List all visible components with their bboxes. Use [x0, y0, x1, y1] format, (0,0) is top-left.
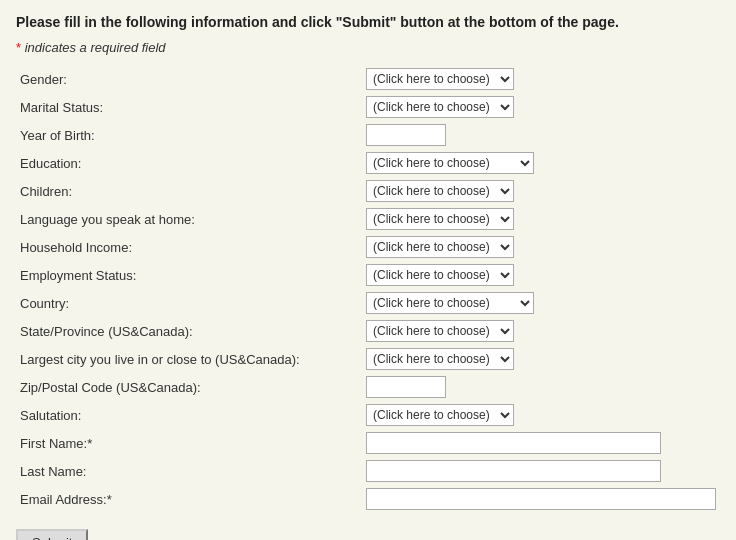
field-label-state-province: State/Province (US&Canada):: [16, 317, 362, 345]
first-name-input[interactable]: [366, 432, 661, 454]
salutation-select[interactable]: (Click here to choose) Mr. Mrs. Ms. Dr.: [366, 404, 514, 426]
state-province-select[interactable]: (Click here to choose) Alabama Alaska Ca…: [366, 320, 514, 342]
table-row: Children: (Click here to choose) None 1 …: [16, 177, 720, 205]
year-of-birth-input[interactable]: [366, 124, 446, 146]
table-row: Education: (Click here to choose) High S…: [16, 149, 720, 177]
household-income-select[interactable]: (Click here to choose) Under $25,000 $25…: [366, 236, 514, 258]
table-row: Household Income: (Click here to choose)…: [16, 233, 720, 261]
children-select[interactable]: (Click here to choose) None 1 2 3+: [366, 180, 514, 202]
language-select[interactable]: (Click here to choose) English Spanish F…: [366, 208, 514, 230]
field-label-country: Country:: [16, 289, 362, 317]
table-row: Gender: (Click here to choose) Male Fema…: [16, 65, 720, 93]
field-label-household-income: Household Income:: [16, 233, 362, 261]
table-row: Email Address:*: [16, 485, 720, 513]
field-label-gender: Gender:: [16, 65, 362, 93]
largest-city-select[interactable]: (Click here to choose) New York Los Ange…: [366, 348, 514, 370]
table-row: First Name:*: [16, 429, 720, 457]
field-label-zip-code: Zip/Postal Code (US&Canada):: [16, 373, 362, 401]
table-row: Employment Status: (Click here to choose…: [16, 261, 720, 289]
table-row: Language you speak at home: (Click here …: [16, 205, 720, 233]
marital-status-select[interactable]: (Click here to choose) Single Married Di…: [366, 96, 514, 118]
required-note: * indicates a required field: [16, 40, 720, 55]
gender-select[interactable]: (Click here to choose) Male Female: [366, 68, 514, 90]
submit-area: Submit: [16, 529, 720, 540]
country-select[interactable]: (Click here to choose) United States Can…: [366, 292, 534, 314]
education-select[interactable]: (Click here to choose) High School Some …: [366, 152, 534, 174]
field-label-last-name: Last Name:: [16, 457, 362, 485]
required-note-text: indicates a required field: [21, 40, 166, 55]
field-label-marital-status: Marital Status:: [16, 93, 362, 121]
field-label-salutation: Salutation:: [16, 401, 362, 429]
field-label-email: Email Address:*: [16, 485, 362, 513]
table-row: Largest city you live in or close to (US…: [16, 345, 720, 373]
field-label-first-name: First Name:*: [16, 429, 362, 457]
last-name-input[interactable]: [366, 460, 661, 482]
page-container: Please fill in the following information…: [0, 0, 736, 540]
submit-button[interactable]: Submit: [16, 529, 88, 540]
field-label-employment-status: Employment Status:: [16, 261, 362, 289]
table-row: Zip/Postal Code (US&Canada):: [16, 373, 720, 401]
field-label-year-of-birth: Year of Birth:: [16, 121, 362, 149]
page-header: Please fill in the following information…: [16, 14, 720, 30]
field-label-largest-city: Largest city you live in or close to (US…: [16, 345, 362, 373]
form-table: Gender: (Click here to choose) Male Fema…: [16, 65, 720, 513]
table-row: Year of Birth:: [16, 121, 720, 149]
email-address-input[interactable]: [366, 488, 716, 510]
employment-status-select[interactable]: (Click here to choose) Employed Full-tim…: [366, 264, 514, 286]
table-row: Marital Status: (Click here to choose) S…: [16, 93, 720, 121]
field-label-education: Education:: [16, 149, 362, 177]
table-row: Country: (Click here to choose) United S…: [16, 289, 720, 317]
table-row: State/Province (US&Canada): (Click here …: [16, 317, 720, 345]
table-row: Salutation: (Click here to choose) Mr. M…: [16, 401, 720, 429]
field-label-language: Language you speak at home:: [16, 205, 362, 233]
zip-code-input[interactable]: [366, 376, 446, 398]
field-label-children: Children:: [16, 177, 362, 205]
table-row: Last Name:: [16, 457, 720, 485]
